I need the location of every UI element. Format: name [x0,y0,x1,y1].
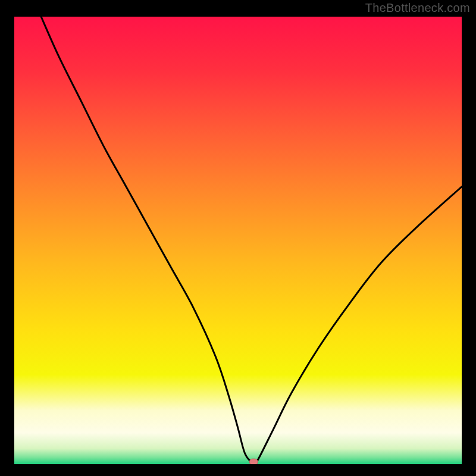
gradient-background [14,17,462,464]
watermark-text: TheBottleneck.com [365,1,470,15]
bottleneck-chart [14,17,462,464]
optimum-marker [249,459,258,464]
plot-area [14,17,462,464]
chart-frame: TheBottleneck.com [0,0,476,476]
